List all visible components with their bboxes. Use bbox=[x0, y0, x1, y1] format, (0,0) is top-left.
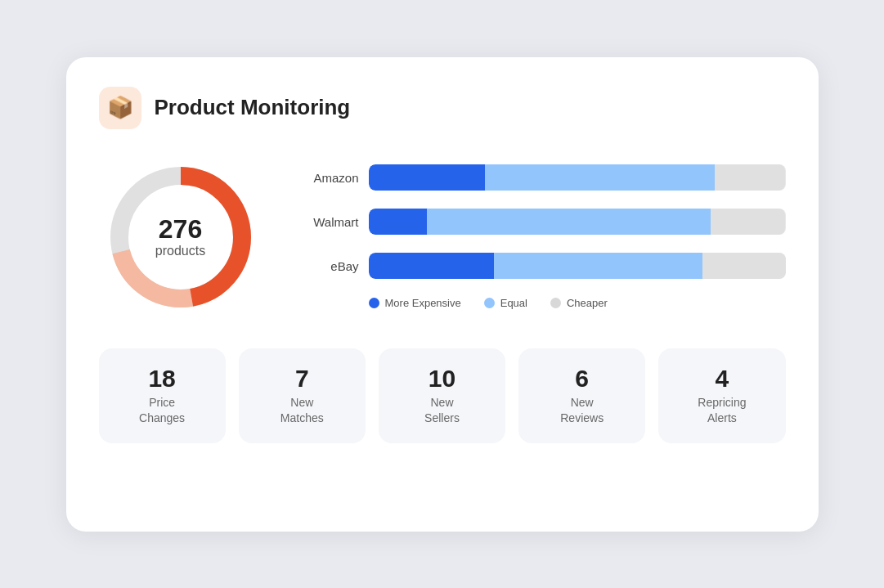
legend-label-equal: Equal bbox=[500, 297, 527, 309]
bar-segment-gray-walmart bbox=[711, 209, 786, 235]
legend-item-cheaper: Cheaper bbox=[550, 297, 608, 309]
icon-emoji: 📦 bbox=[107, 95, 133, 120]
bar-segment-blue-walmart bbox=[369, 209, 427, 235]
stat-card-price-changes: 18 PriceChanges bbox=[99, 348, 226, 443]
stat-label-price-changes: PriceChanges bbox=[139, 395, 185, 427]
donut-chart: 276 products bbox=[99, 155, 263, 319]
stat-label-repricing-alerts: RepricingAlerts bbox=[698, 395, 746, 427]
product-icon: 📦 bbox=[99, 87, 141, 129]
legend-item-more-expensive: More Expensive bbox=[369, 297, 461, 309]
legend-dot-more-expensive bbox=[369, 298, 379, 308]
donut-center: 276 products bbox=[155, 215, 205, 258]
bar-label-walmart: Walmart bbox=[302, 215, 359, 229]
legend-label-cheaper: Cheaper bbox=[567, 297, 608, 309]
stat-number-new-reviews: 6 bbox=[575, 365, 589, 392]
bar-segment-blue-ebay bbox=[369, 253, 494, 279]
bar-track-walmart bbox=[369, 209, 786, 235]
bar-segment-blue-amazon bbox=[369, 164, 486, 191]
stat-card-new-sellers: 10 NewSellers bbox=[379, 348, 505, 443]
bar-track-ebay bbox=[369, 253, 786, 279]
stat-label-new-matches: NewMatches bbox=[280, 395, 324, 427]
page-title: Product Monitoring bbox=[155, 95, 351, 120]
stat-number-new-sellers: 10 bbox=[429, 365, 455, 392]
bar-segment-lightblue-amazon bbox=[485, 164, 715, 191]
card-header: 📦 Product Monitoring bbox=[99, 87, 786, 129]
donut-number: 276 bbox=[155, 215, 205, 244]
stat-number-repricing-alerts: 4 bbox=[716, 365, 729, 392]
stat-number-new-matches: 7 bbox=[295, 365, 309, 392]
legend-dot-equal bbox=[484, 298, 495, 308]
stat-card-new-reviews: 6 NewReviews bbox=[518, 348, 645, 443]
bar-row-ebay: eBay bbox=[302, 253, 786, 279]
stat-label-new-reviews: NewReviews bbox=[560, 395, 604, 427]
donut-label: products bbox=[155, 244, 205, 258]
bar-row-amazon: Amazon bbox=[302, 164, 786, 191]
legend-item-equal: Equal bbox=[484, 297, 527, 309]
bar-segment-gray-ebay bbox=[702, 253, 786, 279]
bar-label-ebay: eBay bbox=[302, 259, 359, 273]
bar-segment-gray-amazon bbox=[715, 164, 786, 191]
bar-segment-lightblue-ebay bbox=[494, 253, 702, 279]
stat-card-repricing-alerts: 4 RepricingAlerts bbox=[658, 348, 785, 443]
bar-label-amazon: Amazon bbox=[302, 171, 359, 185]
stat-card-new-matches: 7 NewMatches bbox=[239, 348, 366, 443]
bar-segment-lightblue-walmart bbox=[427, 209, 711, 235]
bar-track-amazon bbox=[369, 164, 786, 191]
bars-section: Amazon Walmart eBay bbox=[302, 164, 786, 309]
chart-legend: More Expensive Equal Cheaper bbox=[369, 297, 786, 309]
stat-number-price-changes: 18 bbox=[148, 365, 175, 392]
product-monitoring-card: 📦 Product Monitoring 276 products bbox=[66, 57, 819, 532]
stats-row: 18 PriceChanges 7 NewMatches 10 NewSelle… bbox=[99, 348, 786, 443]
stat-label-new-sellers: NewSellers bbox=[424, 395, 460, 427]
legend-dot-cheaper bbox=[550, 298, 561, 308]
main-content: 276 products Amazon Walmart bbox=[99, 155, 786, 319]
legend-label-more-expensive: More Expensive bbox=[385, 297, 461, 309]
bar-row-walmart: Walmart bbox=[302, 209, 786, 235]
